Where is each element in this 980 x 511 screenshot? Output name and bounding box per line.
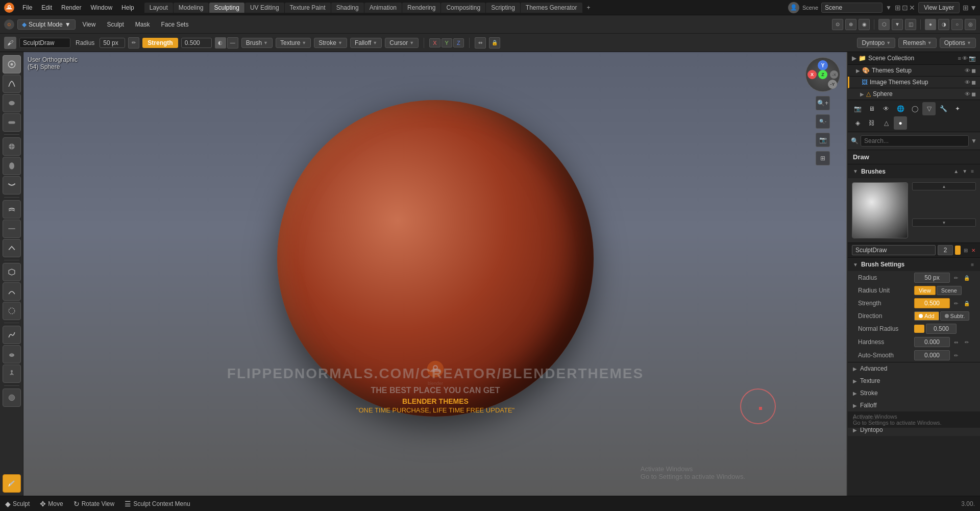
material-view-icon[interactable]: ◑ [938, 19, 949, 30]
brushes-scroll-down[interactable]: ▼ [961, 167, 968, 175]
overlay-icon[interactable]: ⬡ [878, 19, 890, 30]
tool-crease[interactable] [3, 176, 21, 194]
radius-edit-icon[interactable]: ✏ [951, 273, 961, 282]
view-layer-button[interactable]: View Layer [918, 2, 960, 13]
brush-copy-icon[interactable]: ⊞ [963, 246, 968, 255]
brush-name-input[interactable] [19, 38, 70, 48]
normal-radius-input[interactable] [926, 324, 957, 334]
vl-expand-icon[interactable]: ▼ [970, 4, 977, 12]
add-workspace-button[interactable]: + [583, 3, 595, 13]
sc-view-icon[interactable]: 👁 [962, 55, 968, 62]
str-icon-1[interactable]: ◐ [215, 37, 226, 48]
remesh-dropdown[interactable]: Remesh ▼ [898, 38, 937, 48]
hardness-arrows[interactable]: ⇔ [951, 337, 961, 347]
render-view-icon[interactable]: ○ [951, 19, 963, 30]
its-eye-icon[interactable]: 👁 [965, 79, 970, 86]
status-sculpt[interactable]: ◆ Sculpt [5, 500, 30, 508]
ts-eye-icon[interactable]: 👁 [965, 67, 970, 74]
brushes-header[interactable]: ▼ Brushes ▲ ▼ ≡ [848, 164, 980, 178]
menu-file[interactable]: File [18, 3, 36, 13]
stroke-expand[interactable]: ▶ Stroke [848, 387, 980, 399]
camera-btn[interactable]: 📷 [816, 133, 830, 147]
pen-icon[interactable]: ✏ [128, 37, 139, 48]
stroke-dropdown[interactable]: Stroke ▼ [314, 38, 347, 48]
overlay-dropdown-icon[interactable]: ▼ [892, 19, 903, 30]
prop-icon-world[interactable]: ◯ [908, 102, 921, 115]
status-rotate[interactable]: ↻ Rotate View [74, 500, 114, 508]
prop-icon-modifier[interactable]: 🔧 [937, 102, 950, 115]
menu-help[interactable]: Help [117, 3, 138, 13]
view-button[interactable]: View [79, 19, 100, 30]
scene-icon-1[interactable]: ⊞ [895, 4, 901, 12]
scene-collection-expand-icon[interactable]: ▶ [852, 55, 856, 62]
prop-icon-physics[interactable]: ◈ [851, 116, 864, 130]
tool-smooth[interactable] [3, 200, 21, 218]
z-axis-btn[interactable]: Z [453, 38, 464, 47]
tool-elastic[interactable] [3, 302, 21, 320]
tool-draw[interactable] [3, 55, 21, 74]
str-icon-2[interactable]: — [227, 37, 238, 48]
radius-view-btn[interactable]: View [914, 286, 936, 295]
cursor-expand[interactable]: ▶ Cursor [848, 411, 980, 424]
render-view2-icon[interactable]: ◎ [965, 19, 976, 30]
ts-render-icon[interactable]: ◼ [971, 67, 976, 74]
sculpt-button[interactable]: Sculpt [103, 19, 128, 30]
bs-more[interactable]: ≡ [970, 261, 975, 268]
ts-expand-icon[interactable]: ▶ [856, 68, 860, 74]
status-context[interactable]: ☰ Sculpt Context Menu [125, 500, 190, 508]
options-dropdown[interactable]: Options ▼ [940, 38, 976, 48]
prop-icon-object[interactable]: ▽ [922, 102, 936, 115]
auto-smooth-edit[interactable]: ✏ [951, 351, 961, 360]
prop-icon-output[interactable]: 🖥 [865, 102, 878, 115]
vl-icon-1[interactable]: ⊞ [963, 4, 969, 12]
search-filter-icon[interactable]: ▼ [971, 137, 977, 144]
tool-inflate[interactable] [3, 137, 21, 156]
tab-modeling[interactable]: Modeling [174, 3, 209, 13]
radius-lock-icon[interactable]: 🔒 [962, 273, 971, 282]
solid-view-icon[interactable]: ● [925, 19, 936, 30]
menu-edit[interactable]: Edit [37, 3, 56, 13]
strength-button[interactable]: Strength [142, 38, 178, 48]
falloff-dropdown[interactable]: Falloff ▼ [350, 38, 382, 48]
brush-side-scroll-down[interactable]: ▼ [912, 218, 976, 227]
strength-lock-icon[interactable]: 🔒 [962, 299, 971, 308]
menu-window[interactable]: Window [86, 3, 116, 13]
tool-scrape[interactable] [3, 239, 21, 257]
brushes-scroll-up[interactable]: ▲ [952, 167, 960, 175]
tab-layout[interactable]: Layout [144, 3, 173, 13]
dyntopo-expand[interactable]: ▶ Dyntopo [848, 424, 980, 436]
scene-icon-2[interactable]: ⊡ [902, 4, 908, 12]
prop-icon-data[interactable]: △ [879, 116, 893, 130]
face-sets-button[interactable]: Face Sets [157, 19, 192, 30]
radius-input[interactable] [100, 38, 125, 48]
brush-color-icon[interactable] [955, 246, 961, 255]
its-render-icon[interactable]: ◼ [971, 79, 976, 86]
tool-pose[interactable] [3, 364, 21, 383]
tab-shading[interactable]: Shading [331, 3, 364, 13]
x-axis-btn[interactable]: X [429, 38, 440, 47]
sphere-render-icon[interactable]: ◼ [971, 91, 976, 98]
tool-snake[interactable] [3, 326, 21, 344]
prop-icon-material[interactable]: ● [894, 116, 907, 130]
brushes-more-icon[interactable]: ≡ [970, 167, 975, 175]
tab-sculpting[interactable]: Sculpting [209, 3, 244, 13]
viewport[interactable]: User Orthographic (54) Sphere blender FL… [23, 52, 847, 496]
brush-settings-header[interactable]: ▼ Brush Settings ≡ [848, 258, 980, 271]
tab-texture-paint[interactable]: Texture Paint [285, 3, 331, 13]
scene-expand-icon[interactable]: ▼ [886, 4, 892, 11]
prop-icon-particles[interactable]: ✦ [951, 102, 964, 115]
sphere-expand-icon[interactable]: ▶ [860, 91, 864, 97]
menu-render[interactable]: Render [57, 3, 85, 13]
brush-name-field[interactable] [852, 245, 936, 255]
tool-mask[interactable] [3, 388, 21, 407]
tool-blob[interactable] [3, 157, 21, 175]
brush-side-scroll-up[interactable]: ▲ [912, 182, 976, 190]
brush-dropdown[interactable]: Brush ▼ [241, 38, 273, 48]
prop-icon-constraints[interactable]: ⛓ [865, 116, 878, 130]
tool-clay-strips[interactable] [3, 113, 21, 132]
brush-icon-small[interactable]: 🖌 [4, 37, 16, 49]
status-move[interactable]: ✥ Move [40, 500, 63, 508]
strength-prop-input[interactable] [914, 298, 950, 308]
header-icon-3[interactable]: ◉ [859, 19, 870, 30]
falloff-expand[interactable]: ▶ Falloff [848, 399, 980, 411]
